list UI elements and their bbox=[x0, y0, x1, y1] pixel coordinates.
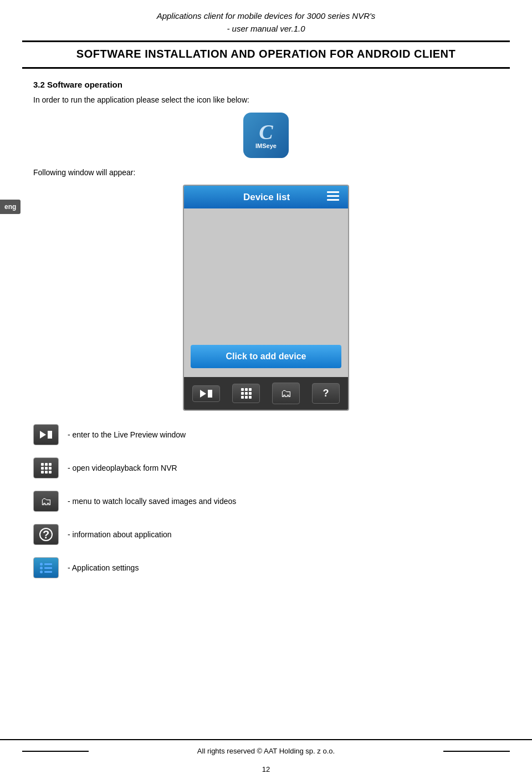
question-icon-legend: ? bbox=[39, 528, 53, 541]
page-number: 12 bbox=[0, 762, 532, 779]
menu-icon[interactable] bbox=[327, 191, 339, 203]
svg-rect-0 bbox=[327, 191, 339, 193]
phone-mockup: Device list Click to add device bbox=[183, 185, 349, 411]
legend-item-videoplayback: - open videoplayback form NVR bbox=[33, 457, 499, 478]
section-title: SOFTWARE INSTALLATION AND OPERATION FOR … bbox=[22, 40, 510, 69]
legend-text-settings: - Application settings bbox=[68, 563, 139, 572]
device-list-area bbox=[188, 213, 344, 340]
settings-icon-box bbox=[33, 557, 59, 578]
app-icon-container: C IMSeye bbox=[33, 113, 499, 158]
play-triangle bbox=[200, 390, 206, 398]
legend-item-settings: - Application settings bbox=[33, 557, 499, 578]
legend-item-info: ? - information about application bbox=[33, 524, 499, 545]
legend-item-local-files: 🗂 - menu to watch locally saved images a… bbox=[33, 491, 499, 512]
subsection-title: 3.2 Software operation bbox=[33, 80, 499, 89]
footer-copyright: All rights reserved © AAT Holding sp. z … bbox=[197, 747, 335, 755]
videoplayback-icon-box bbox=[33, 457, 59, 478]
page: Applications client for mobile devices f… bbox=[0, 0, 532, 779]
grid-icon bbox=[241, 388, 252, 399]
phone-videoplayback-button[interactable] bbox=[232, 384, 260, 403]
play-rec-icon bbox=[200, 390, 212, 398]
grid-icon-legend bbox=[41, 463, 52, 473]
legend-item-live-preview: - enter to the Live Preview window bbox=[33, 424, 499, 445]
rec-rect-legend bbox=[48, 431, 52, 439]
doc-footer: All rights reserved © AAT Holding sp. z … bbox=[0, 739, 532, 762]
svg-rect-2 bbox=[327, 199, 339, 201]
play-triangle-legend bbox=[40, 431, 46, 439]
rec-rect bbox=[208, 390, 212, 398]
intro-text: In order to run the application please s… bbox=[33, 94, 499, 106]
local-files-icon-box: 🗂 bbox=[33, 491, 59, 512]
question-icon: ? bbox=[323, 388, 329, 399]
svg-rect-1 bbox=[327, 195, 339, 197]
phone-live-preview-button[interactable] bbox=[192, 385, 220, 402]
phone-header: Device list bbox=[184, 186, 348, 208]
legend-text-videoplayback: - open videoplayback form NVR bbox=[68, 464, 177, 472]
legend-text-live-preview: - enter to the Live Preview window bbox=[68, 430, 186, 439]
phone-info-button[interactable]: ? bbox=[312, 383, 340, 404]
list-lines-icon bbox=[40, 563, 52, 573]
info-icon-box: ? bbox=[33, 524, 59, 545]
phone-body: Click to add device bbox=[184, 208, 348, 377]
phone-mockup-container: Device list Click to add device bbox=[33, 185, 499, 411]
legend-text-info: - information about application bbox=[68, 530, 172, 539]
phone-local-files-button[interactable]: 🗂 bbox=[272, 383, 300, 404]
footer-right-line bbox=[443, 751, 510, 752]
folder-icon: 🗂 bbox=[280, 387, 291, 400]
play-rec-icon-legend bbox=[40, 431, 52, 439]
live-preview-icon-box bbox=[33, 424, 59, 445]
app-icon-letter: C bbox=[259, 121, 273, 142]
add-device-button[interactable]: Click to add device bbox=[191, 345, 341, 368]
app-icon: C IMSeye bbox=[243, 113, 289, 158]
footer-left-line bbox=[22, 751, 89, 752]
phone-footer: 🗂 ? bbox=[184, 377, 348, 410]
phone-header-title: Device list bbox=[206, 192, 327, 203]
app-icon-label: IMSeye bbox=[255, 142, 277, 149]
legend-section: - enter to the Live Preview window bbox=[33, 424, 499, 578]
doc-header: Applications client for mobile devices f… bbox=[0, 0, 532, 40]
header-line2: - user manual ver.1.0 bbox=[22, 23, 510, 35]
header-line1: Applications client for mobile devices f… bbox=[22, 10, 510, 23]
folder-icon-legend: 🗂 bbox=[40, 495, 52, 508]
content-area: 3.2 Software operation In order to run t… bbox=[0, 69, 532, 739]
following-window-text: Following window will appear: bbox=[33, 168, 499, 177]
legend-text-local-files: - menu to watch locally saved images and… bbox=[68, 497, 236, 506]
